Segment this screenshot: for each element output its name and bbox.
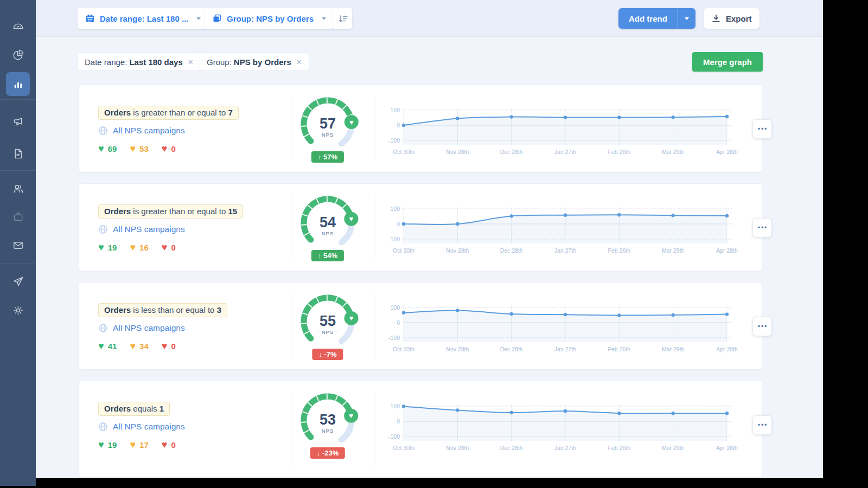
- condition-chip[interactable]: Orders equals 1: [98, 402, 170, 416]
- sidebar-divider: [0, 99, 36, 100]
- svg-text:Nov 28th: Nov 28th: [446, 149, 469, 155]
- sidebar-item-reports[interactable]: [6, 43, 30, 67]
- svg-text:0: 0: [397, 122, 400, 129]
- svg-text:Jan 27th: Jan 27th: [554, 445, 576, 451]
- detractor-heart-icon: ♥: [162, 144, 168, 153]
- settings-gear-icon: [12, 304, 24, 317]
- card-menu-button[interactable]: •••: [752, 119, 772, 139]
- detractors-count: 0: [171, 243, 175, 252]
- sidebar-item-customers[interactable]: [6, 176, 30, 200]
- sidebar-item-inbox[interactable]: [6, 233, 30, 257]
- svg-text:NPS: NPS: [322, 132, 334, 138]
- score-counts: ♥19 ♥17 ♥0: [98, 440, 176, 450]
- campaign-link[interactable]: All NPS campaigns: [98, 422, 185, 432]
- campaign-link[interactable]: All NPS campaigns: [98, 323, 185, 333]
- svg-text:Apr 28th: Apr 28th: [716, 149, 738, 155]
- chart-column: 1000-100Oct 30thNov 28thDec 28thJan 27th…: [383, 399, 741, 455]
- svg-text:Jan 27th: Jan 27th: [554, 149, 576, 155]
- megaphone-icon: [12, 115, 24, 128]
- svg-text:Dec 28th: Dec 28th: [500, 346, 523, 352]
- promoter-heart-icon: ♥: [98, 440, 104, 450]
- score-counts: ♥41 ♥34 ♥0: [98, 341, 176, 351]
- svg-text:100: 100: [390, 107, 400, 113]
- trend-card: Orders is greater than or equal to 7 All…: [79, 85, 762, 172]
- campaign-link[interactable]: All NPS campaigns: [98, 224, 185, 234]
- detractor-heart-icon: ♥: [162, 242, 168, 252]
- condition-chip[interactable]: Orders is less than or equal to 3: [98, 303, 227, 317]
- sidebar-item-settings[interactable]: [6, 298, 30, 322]
- promoters-count: 69: [108, 144, 117, 153]
- sidebar-item-templates[interactable]: [6, 142, 30, 165]
- promoter-heart-icon: ♥: [98, 242, 104, 252]
- svg-text:Mar 29th: Mar 29th: [662, 247, 685, 254]
- passives-count: 53: [139, 144, 149, 153]
- sidebar-item-company[interactable]: [6, 204, 30, 228]
- condition-chip[interactable]: Orders is greater than or equal to 15: [98, 204, 243, 219]
- svg-text:-100: -100: [388, 335, 400, 341]
- score-counts: ♥19 ♥16 ♥0: [98, 242, 176, 252]
- column-divider: [292, 194, 292, 261]
- svg-text:Feb 26th: Feb 26th: [608, 149, 631, 155]
- detractors-count: 0: [171, 144, 175, 153]
- svg-text:Mar 29th: Mar 29th: [662, 346, 685, 352]
- svg-text:Jan 27th: Jan 27th: [554, 346, 576, 352]
- sidebar-item-campaigns[interactable]: [6, 110, 30, 133]
- document-icon: [12, 147, 24, 160]
- svg-text:♥: ♥: [349, 412, 353, 420]
- globe-icon: [98, 323, 108, 333]
- svg-text:Nov 28th: Nov 28th: [446, 247, 469, 254]
- column-divider: [292, 95, 292, 162]
- gauge-column: ♥57NPS ↑ 57%: [295, 85, 360, 172]
- condition-chip[interactable]: Orders is greater than or equal to 7: [98, 106, 239, 120]
- campaign-label: All NPS campaigns: [113, 126, 185, 136]
- nps-trend-chart: 1000-100Oct 30thNov 28thDec 28thJan 27th…: [383, 201, 741, 255]
- svg-text:57: 57: [320, 115, 336, 132]
- card-menu-button[interactable]: •••: [752, 317, 772, 336]
- passive-heart-icon: ♥: [130, 440, 136, 450]
- trend-card: Orders is greater than or equal to 15 Al…: [79, 183, 762, 271]
- cards-container: Orders is greater than or equal to 7 All…: [36, 0, 823, 478]
- card-menu-button[interactable]: •••: [752, 415, 772, 435]
- card-menu-button[interactable]: •••: [752, 218, 772, 237]
- column-divider: [375, 194, 375, 261]
- svg-text:0: 0: [397, 418, 400, 425]
- promoters-count: 19: [108, 440, 117, 450]
- passive-heart-icon: ♥: [130, 341, 136, 351]
- send-icon: [12, 275, 24, 288]
- globe-icon: [98, 126, 108, 136]
- campaign-link[interactable]: All NPS campaigns: [98, 126, 185, 136]
- svg-text:Dec 28th: Dec 28th: [500, 445, 523, 451]
- globe-icon: [98, 422, 108, 432]
- app-window: Date range: Last 180 ... Group: NPS by O…: [0, 0, 868, 488]
- gauge-column: ♥53NPS ↓ -23%: [295, 381, 360, 477]
- change-badge: ↑ 54%: [311, 250, 344, 261]
- trend-card: Orders is less than or equal to 3 All NP…: [79, 282, 762, 370]
- gauge-column: ♥55NPS ↓ -7%: [295, 282, 360, 369]
- change-badge: ↑ 57%: [311, 151, 344, 163]
- sidebar-item-trends[interactable]: [6, 72, 30, 96]
- sidebar-item-dashboard[interactable]: [6, 14, 30, 37]
- detractor-heart-icon: ♥: [162, 440, 168, 450]
- sidebar: [0, 0, 36, 486]
- sidebar-item-outbox[interactable]: [6, 269, 30, 293]
- score-counts: ♥69 ♥53 ♥0: [98, 144, 176, 153]
- svg-text:100: 100: [390, 206, 400, 212]
- chart-column: 1000-100Oct 30thNov 28thDec 28thJan 27th…: [383, 300, 741, 356]
- envelope-icon: [12, 239, 24, 252]
- briefcase-icon: [12, 210, 24, 223]
- svg-text:Oct 30th: Oct 30th: [393, 247, 414, 254]
- passives-count: 17: [139, 440, 149, 450]
- column-divider: [292, 292, 292, 359]
- change-badge: ↓ -7%: [312, 349, 343, 360]
- svg-text:Oct 30th: Oct 30th: [393, 445, 414, 451]
- svg-text:Oct 30th: Oct 30th: [393, 346, 414, 352]
- sidebar-divider: [0, 170, 36, 171]
- nps-trend-chart: 1000-100Oct 30thNov 28thDec 28thJan 27th…: [383, 102, 741, 157]
- nps-gauge: ♥55NPS: [296, 291, 359, 346]
- chart-column: 1000-100Oct 30thNov 28thDec 28thJan 27th…: [383, 201, 741, 258]
- svg-text:-100: -100: [388, 236, 400, 242]
- passives-count: 34: [139, 342, 149, 351]
- svg-text:53: 53: [320, 412, 336, 428]
- nps-gauge: ♥54NPS: [296, 192, 359, 248]
- sidebar-divider: [0, 264, 36, 264]
